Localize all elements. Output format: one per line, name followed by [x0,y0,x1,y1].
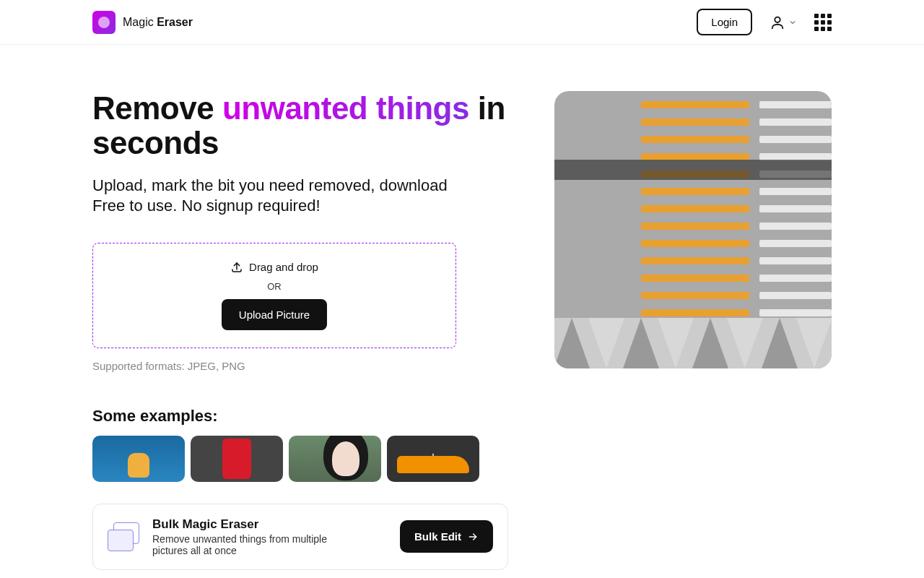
or-label: OR [267,281,282,292]
heading-highlight: unwanted things [222,90,469,126]
bulk-eraser-card: Bulk Magic Eraser Remove unwanted things… [92,504,508,570]
chevron-down-icon [788,18,797,27]
svg-point-0 [775,17,780,22]
logo[interactable]: Magic Eraser [92,11,193,34]
plus-icon [327,451,343,467]
apps-menu-icon[interactable] [814,14,832,31]
example-thumbnails [92,436,508,482]
example-thumb-person[interactable] [289,436,381,482]
main-content: Remove unwanted things in seconds Upload… [0,45,924,578]
bulk-images-icon [108,522,139,551]
plus-icon [131,451,147,467]
plus-icon [425,451,441,467]
upload-picture-button[interactable]: Upload Picture [222,299,327,330]
logo-text-bold: Eraser [157,16,193,28]
drag-label: Drag and drop [249,261,318,273]
supported-formats: Supported formats: JPEG, PNG [92,360,508,372]
upload-dropzone[interactable]: Drag and drop OR Upload Picture [92,243,456,348]
right-column [554,91,832,570]
example-thumb-dog[interactable] [92,436,185,482]
arrow-right-icon [467,531,479,543]
page-title: Remove unwanted things in seconds [92,91,508,161]
hero-demo-image [554,91,832,368]
logo-icon [92,11,116,34]
user-icon [770,14,785,30]
bulk-description: Remove unwanted things from multiple pic… [152,533,354,556]
logo-text-prefix: Magic [123,16,157,28]
plus-icon [229,451,245,467]
examples-heading: Some examples: [92,407,508,426]
login-button[interactable]: Login [697,9,752,35]
bulk-title: Bulk Magic Eraser [152,517,387,532]
example-thumb-can[interactable] [191,436,283,482]
bulk-text: Bulk Magic Eraser Remove unwanted things… [152,517,387,556]
subtitle: Upload, mark the bit you need removed, d… [92,176,508,217]
bulk-edit-label: Bulk Edit [414,530,461,543]
upload-icon [230,261,243,274]
heading-before: Remove [92,90,222,126]
logo-text: Magic Eraser [123,16,193,29]
example-thumb-car[interactable] [387,436,479,482]
header-right: Login [697,9,832,35]
header: Magic Eraser Login [0,0,924,45]
subtitle-line1: Upload, mark the bit you need removed, d… [92,176,508,197]
subtitle-line2: Free to use. No signup required! [92,196,508,217]
user-menu[interactable] [770,14,797,30]
left-column: Remove unwanted things in seconds Upload… [92,91,508,570]
bulk-edit-button[interactable]: Bulk Edit [400,520,493,553]
drag-and-drop-row: Drag and drop [230,261,318,274]
